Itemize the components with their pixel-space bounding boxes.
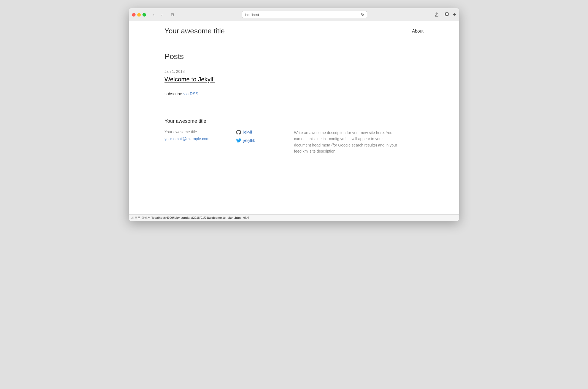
subscribe-label: subscribe bbox=[164, 91, 182, 96]
sidebar-toggle-button[interactable]: ⊡ bbox=[169, 12, 176, 18]
footer-columns: Your awesome title your-email@example.co… bbox=[164, 130, 424, 154]
site-title-link[interactable]: Your awesome title bbox=[164, 27, 225, 35]
address-bar[interactable]: localhost ↻ bbox=[242, 11, 368, 18]
nav-buttons: ‹ › bbox=[150, 12, 166, 18]
page-content: Your awesome title About Posts Jan 1, 20… bbox=[129, 21, 459, 214]
post-title-link[interactable]: Welcome to Jekyll! bbox=[164, 76, 424, 83]
close-button[interactable] bbox=[132, 13, 136, 17]
browser-window: ‹ › ⊡ localhost ↻ + bbox=[129, 8, 459, 221]
add-tab-button[interactable]: + bbox=[453, 12, 456, 18]
twitter-link[interactable]: jekyllrb bbox=[243, 138, 255, 143]
footer-col-social: jekyll jekyllrb bbox=[236, 130, 277, 154]
back-button[interactable]: ‹ bbox=[150, 12, 158, 18]
post-item: Jan 1, 2018 Welcome to Jekyll! bbox=[164, 69, 424, 83]
main-content: Posts Jan 1, 2018 Welcome to Jekyll! sub… bbox=[129, 41, 459, 107]
footer-email-link[interactable]: your-email@example.com bbox=[164, 137, 209, 141]
subscribe-text: subscribe via RSS bbox=[164, 91, 424, 96]
rss-link[interactable]: via RSS bbox=[183, 91, 198, 96]
github-social-item: jekyll bbox=[236, 130, 277, 135]
site-header: Your awesome title About bbox=[129, 21, 459, 41]
status-suffix: ' 열기 bbox=[241, 216, 249, 219]
status-text: 새로운 탭에서 'localhost:4000/jekyll/update/20… bbox=[131, 216, 249, 219]
browser-actions: + bbox=[433, 12, 456, 18]
about-nav-link[interactable]: About bbox=[412, 29, 424, 33]
address-text: localhost bbox=[245, 13, 259, 17]
github-icon bbox=[236, 130, 241, 135]
site-nav: About bbox=[412, 29, 424, 34]
status-link: localhost:4000/jekyll/update/2018/01/01/… bbox=[152, 216, 241, 219]
twitter-social-item: jekyllrb bbox=[236, 138, 277, 143]
post-date: Jan 1, 2018 bbox=[164, 69, 424, 74]
browser-chrome: ‹ › ⊡ localhost ↻ + bbox=[129, 8, 459, 21]
status-bar: 새로운 탭에서 'localhost:4000/jekyll/update/20… bbox=[129, 214, 459, 221]
svg-rect-1 bbox=[446, 13, 448, 15]
address-bar-container: localhost ↻ bbox=[179, 11, 430, 18]
footer-title: Your awesome title bbox=[164, 118, 424, 124]
footer-description: Write an awesome description for your ne… bbox=[294, 130, 399, 154]
twitter-icon bbox=[236, 138, 241, 143]
reload-button[interactable]: ↻ bbox=[361, 12, 364, 17]
status-prefix: 새로운 탭에서 ' bbox=[131, 216, 152, 219]
footer-site-name: Your awesome title bbox=[164, 130, 220, 134]
footer-col-description: Write an awesome description for your ne… bbox=[294, 130, 399, 154]
minimize-button[interactable] bbox=[137, 13, 141, 17]
github-link[interactable]: jekyll bbox=[243, 130, 252, 134]
posts-heading: Posts bbox=[164, 52, 424, 61]
forward-button[interactable]: › bbox=[158, 12, 166, 18]
traffic-lights bbox=[132, 13, 146, 17]
site-footer: Your awesome title Your awesome title yo… bbox=[129, 107, 459, 166]
share-button[interactable] bbox=[433, 12, 441, 18]
new-tab-button[interactable] bbox=[443, 12, 451, 18]
fullscreen-button[interactable] bbox=[142, 13, 146, 17]
footer-col-left: Your awesome title your-email@example.co… bbox=[164, 130, 220, 154]
